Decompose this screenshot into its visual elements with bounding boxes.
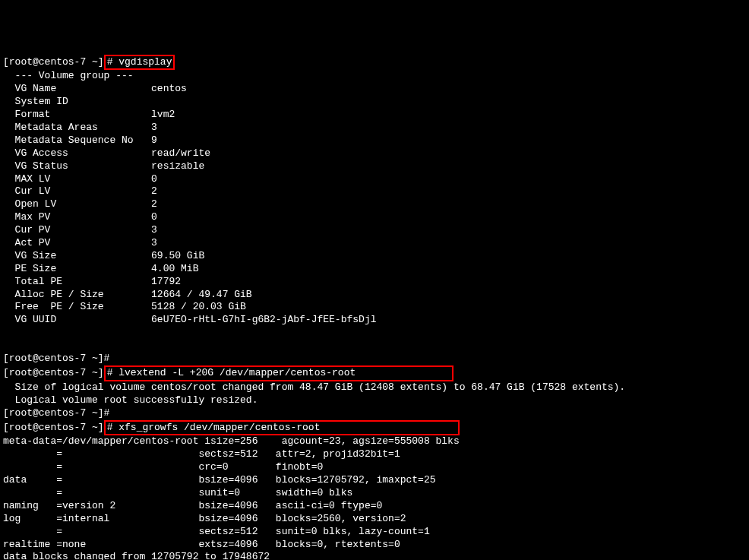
prompt: [root@centos-7 ~] [3, 422, 104, 433]
output-line: Logical volume root successfully resized… [3, 394, 258, 406]
command-vgdisplay[interactable]: vgdisplay [119, 56, 172, 68]
prompt: [root@centos-7 ~] [3, 56, 104, 68]
vg-row: Free PE / Size 5128 / 20.03 GiB [3, 301, 746, 314]
command-xfsgrowfs[interactable]: # xfs_growfs /dev/mapper/centos-root [107, 422, 321, 433]
output-line: = sunit=0 swidth=0 blks [3, 487, 746, 500]
command-highlight-xfsgrowfs: # xfs_growfs /dev/mapper/centos-root [104, 420, 460, 436]
vg-rows: VG Name centos System ID Format lvm2 Met… [3, 83, 746, 327]
vg-row: MAX LV 0 [3, 173, 746, 186]
vg-row: Cur PV 3 [3, 224, 746, 237]
prompt: [root@centos-7 ~] [3, 367, 104, 378]
output-line: data blocks changed from 12705792 to 179… [3, 551, 746, 560]
command-lvextend[interactable]: # lvextend -L +20G /dev/mapper/centos-ro… [107, 367, 356, 378]
vg-row: VG Status resizable [3, 160, 746, 173]
vg-header: --- Volume group --- [3, 70, 134, 81]
vg-row: Cur LV 2 [3, 185, 746, 198]
vg-row: Open LV 2 [3, 198, 746, 211]
output-line: meta-data=/dev/mapper/centos-root isize=… [3, 435, 746, 448]
output-line: = sectsz=512 attr=2, projid32bit=1 [3, 448, 746, 461]
vg-row: Metadata Sequence No 9 [3, 134, 746, 147]
vg-row: PE Size 4.00 MiB [3, 263, 746, 276]
vg-row: VG Access read/write [3, 147, 746, 160]
command-highlight-vgdisplay: # vgdisplay [104, 55, 175, 71]
output-line: naming =version 2 bsize=4096 ascii-ci=0 … [3, 500, 746, 513]
output-line: data = bsize=4096 blocks=12705792, imaxp… [3, 474, 746, 487]
output-line: realtime =none extsz=4096 blocks=0, rtex… [3, 539, 746, 552]
vg-row: System ID [3, 96, 746, 109]
vg-row: Act PV 3 [3, 237, 746, 250]
vg-row: VG UUID 6eU7EO-rHtL-G7hI-g6B2-jAbf-JfEE-… [3, 314, 746, 327]
vg-row: Total PE 17792 [3, 276, 746, 289]
vg-row: VG Name centos [3, 83, 746, 96]
output-line: log =internal bsize=4096 blocks=2560, ve… [3, 513, 746, 526]
vg-row: Alloc PE / Size 12664 / 49.47 GiB [3, 289, 746, 302]
vg-row: Format lvm2 [3, 109, 746, 122]
output-line: = sectsz=512 sunit=0 blks, lazy-count=1 [3, 526, 746, 539]
xfs-output: meta-data=/dev/mapper/centos-root isize=… [3, 435, 746, 560]
vg-row: Metadata Areas 3 [3, 122, 746, 134]
output-line: = crc=0 finobt=0 [3, 461, 746, 474]
output-line: Size of logical volume centos/root chang… [3, 381, 625, 393]
prompt[interactable]: [root@centos-7 ~]# [3, 353, 115, 364]
vg-row: Max PV 0 [3, 211, 746, 224]
command-highlight-lvextend: # lvextend -L +20G /dev/mapper/centos-ro… [104, 365, 454, 381]
vg-row: VG Size 69.50 GiB [3, 250, 746, 263]
prompt[interactable]: [root@centos-7 ~]# [3, 407, 115, 419]
